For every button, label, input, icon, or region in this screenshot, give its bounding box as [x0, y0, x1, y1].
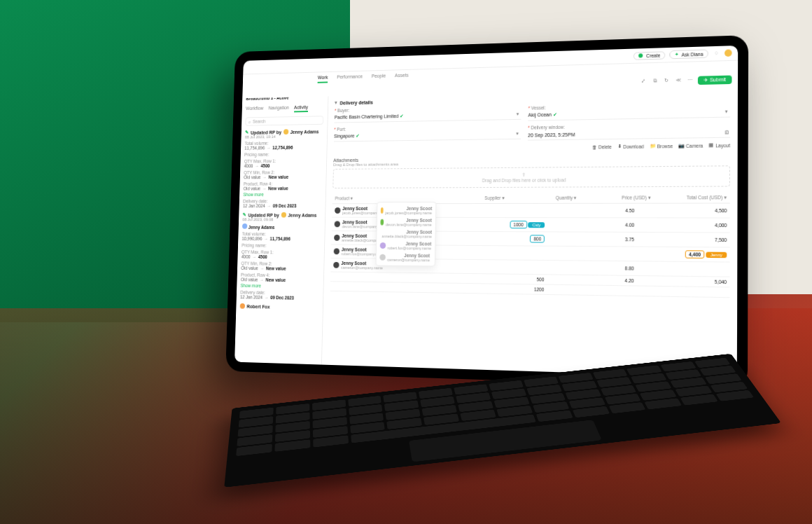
camera-button[interactable]: 📷Camera — [678, 142, 703, 149]
calendar-icon: 🗓 — [722, 128, 730, 136]
col-total[interactable]: Total Cost (USD) ▾ — [654, 193, 730, 203]
share-icon[interactable]: ≪ — [675, 76, 682, 83]
copy-icon[interactable]: ⧉ — [651, 77, 658, 84]
attachment-dropzone[interactable]: ⇧Drag and Drop files here or click to up… — [332, 165, 730, 188]
search-input[interactable]: ⌕Search — [245, 116, 323, 125]
more-icon[interactable]: ⋯ — [686, 76, 694, 84]
chevron-down-icon: ▾ — [723, 108, 731, 116]
layout-icon: ▦ — [709, 142, 714, 148]
tab-activity[interactable]: Activity — [294, 105, 308, 113]
nav-performance[interactable]: Performance — [337, 74, 363, 83]
activity-item: ✎Updated RP by Jenny Adams 08 Jul 2023, … — [240, 212, 321, 301]
avatar-icon[interactable] — [724, 49, 732, 57]
ask-diana-button[interactable]: ✦Ask Diana — [670, 49, 708, 59]
nav-assets[interactable]: Assets — [395, 73, 409, 81]
pricing-table: Product ▾ Supplier ▾ Jenny Scootjacob.jo… — [330, 193, 730, 298]
user-badge: Cidy — [528, 222, 545, 228]
subbar-icons: ⤢ ⧉ ↻ ≪ ⋯ — [640, 76, 694, 86]
supplier-dropdown[interactable]: Jenny Scootjacob.jones@company.name Jenn… — [375, 202, 436, 266]
camera-icon: 📷 — [678, 143, 684, 149]
layout-button[interactable]: ▦Layout — [709, 142, 730, 149]
show-more-link[interactable]: Show more — [243, 192, 321, 197]
browse-button[interactable]: 📁Browse — [650, 143, 673, 149]
qty-input[interactable]: 1000 — [510, 221, 526, 228]
download-icon: ⬇ — [617, 144, 622, 149]
trash-icon: 🗑 — [592, 144, 597, 149]
refresh-icon[interactable]: ↻ — [663, 77, 670, 84]
delivery-section-header[interactable]: ▾Delivery details — [335, 96, 522, 106]
activity-item: ✎Updated RP by Jenny Adams 08 Jul 2023, … — [243, 129, 323, 209]
show-more-link[interactable]: Show more — [241, 283, 320, 289]
tab-workflow[interactable]: Workflow — [246, 106, 264, 113]
content-area: ▾Delivery details * Buyer: Pacific Basin… — [322, 87, 738, 378]
folder-icon: 📁 — [650, 143, 655, 149]
submit-button[interactable]: ✈Submit — [698, 76, 732, 85]
port-input[interactable]: Singapore ✔▾ — [334, 129, 521, 142]
nav-people[interactable]: People — [372, 74, 386, 82]
user-badge: Jenny — [706, 252, 727, 258]
tablet-device: Create ✦Ask Diana ♢ Work Performance Peo… — [225, 35, 748, 389]
activity-item: Robert Fox — [240, 303, 319, 310]
qty-input[interactable]: 800 — [530, 235, 545, 242]
chevron-down-icon: ▾ — [514, 111, 522, 118]
total-highlight[interactable]: 4,400 — [685, 250, 705, 258]
sidebar: Breadcrumb 1 / Breadcrumb 2 / Breadcrumb… — [234, 96, 328, 366]
app-screen: Create ✦Ask Diana ♢ Work Performance Peo… — [234, 46, 738, 378]
delete-button[interactable]: 🗑Delete — [592, 144, 612, 149]
col-supplier[interactable]: Supplier ▾ Jenny Scootjacob.jones@compan… — [438, 193, 507, 203]
upload-icon: ⇧ — [522, 172, 526, 177]
download-button[interactable]: ⬇Download — [617, 143, 644, 149]
chevron-down-icon: ▾ — [514, 130, 521, 137]
create-button[interactable]: Create — [634, 51, 666, 60]
side-tabs: Workflow Navigation Activity — [246, 104, 324, 113]
expand-icon[interactable]: ⤢ — [640, 78, 647, 85]
search-icon: ⌕ — [248, 119, 251, 124]
tab-navigation[interactable]: Navigation — [268, 105, 289, 113]
col-price[interactable]: Price (USD) ▾ — [580, 193, 654, 203]
col-quantity[interactable]: Quantity ▾ — [507, 193, 580, 203]
bell-icon[interactable]: ♢ — [713, 50, 720, 57]
nav-work[interactable]: Work — [318, 75, 328, 83]
